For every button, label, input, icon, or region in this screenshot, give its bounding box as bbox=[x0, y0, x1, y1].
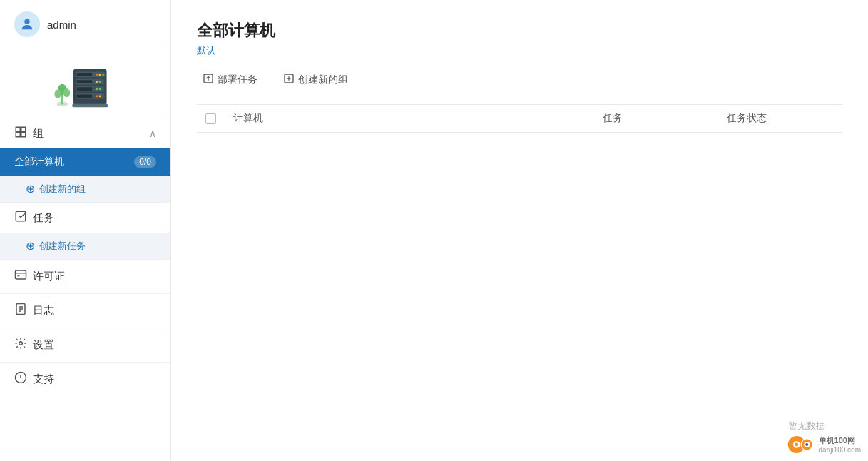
svg-point-46 bbox=[795, 443, 798, 447]
support-icon bbox=[14, 371, 27, 387]
empty-state-text: 暂无数据 bbox=[788, 420, 825, 432]
watermark-brand: 单机100网 bbox=[819, 435, 861, 446]
svg-rect-24 bbox=[72, 104, 108, 108]
nav-item-log[interactable]: 日志 bbox=[0, 293, 170, 328]
license-label: 许可证 bbox=[33, 270, 65, 283]
log-icon bbox=[14, 303, 27, 319]
table-container: 计算机 任务 任务状态 bbox=[197, 104, 842, 447]
chevron-up-icon: ∧ bbox=[149, 128, 156, 139]
nav-item-settings[interactable]: 设置 bbox=[0, 328, 170, 362]
plus-circle-icon: ⊕ bbox=[26, 182, 35, 196]
svg-rect-30 bbox=[16, 270, 26, 279]
nav-section-task: 任务 ⊕ 创建新任务 bbox=[0, 202, 170, 259]
sidebar-header: admin bbox=[0, 0, 170, 49]
svg-point-19 bbox=[98, 88, 101, 90]
svg-rect-17 bbox=[76, 87, 92, 91]
avatar bbox=[14, 11, 40, 37]
watermark-url: danji100.com bbox=[819, 446, 861, 454]
svg-rect-25 bbox=[16, 127, 20, 131]
nav-section-group: 组 ∧ 全部计算机 0/0 ⊕ 创建新的组 bbox=[0, 118, 170, 202]
license-icon bbox=[14, 268, 27, 285]
nav-item-support[interactable]: 支持 bbox=[0, 362, 170, 396]
watermark: 单机100网 danji100.com bbox=[787, 435, 861, 454]
toolbar: 部署任务 创建新的组 bbox=[197, 70, 842, 90]
svg-point-4 bbox=[54, 89, 61, 98]
col-computer: 计算机 bbox=[225, 105, 594, 133]
create-group-btn-icon bbox=[283, 73, 295, 87]
svg-point-18 bbox=[96, 88, 98, 90]
task-icon bbox=[14, 210, 27, 226]
plus-circle-task-icon: ⊕ bbox=[26, 239, 35, 253]
svg-point-10 bbox=[98, 74, 101, 76]
task-label: 任务 bbox=[33, 211, 54, 225]
deploy-task-icon bbox=[203, 73, 214, 87]
svg-point-23 bbox=[98, 95, 101, 97]
col-task-status: 任务状态 bbox=[718, 105, 842, 133]
create-group-button[interactable]: 创建新的组 bbox=[277, 70, 354, 90]
support-label: 支持 bbox=[33, 373, 54, 386]
deploy-task-button[interactable]: 部署任务 bbox=[197, 70, 263, 90]
group-header[interactable]: 组 ∧ bbox=[0, 118, 170, 148]
settings-label: 设置 bbox=[33, 338, 54, 352]
create-task-label: 创建新任务 bbox=[39, 240, 86, 253]
log-label: 日志 bbox=[33, 304, 54, 318]
empty-state: 暂无数据 bbox=[788, 405, 839, 440]
svg-rect-26 bbox=[21, 127, 26, 131]
sidebar-illustration bbox=[0, 49, 170, 118]
page-title: 全部计算机 bbox=[197, 20, 842, 41]
svg-point-0 bbox=[24, 19, 29, 24]
nav-item-license[interactable]: 许可证 bbox=[0, 259, 170, 293]
page-subtitle: 默认 bbox=[197, 44, 842, 57]
computers-table: 计算机 任务 任务状态 bbox=[197, 104, 842, 133]
svg-point-49 bbox=[805, 443, 808, 446]
svg-rect-28 bbox=[21, 133, 26, 137]
svg-point-22 bbox=[96, 95, 98, 97]
main-content: 全部计算机 默认 部署任务 创建新的组 bbox=[171, 0, 868, 461]
settings-icon bbox=[14, 337, 27, 353]
svg-rect-21 bbox=[76, 94, 92, 98]
svg-rect-8 bbox=[76, 73, 92, 76]
nav-sub-create-group[interactable]: ⊕ 创建新的组 bbox=[0, 176, 170, 202]
col-task: 任务 bbox=[594, 105, 718, 133]
svg-point-37 bbox=[19, 342, 23, 345]
select-all-checkbox[interactable] bbox=[205, 113, 216, 124]
task-header[interactable]: 任务 bbox=[0, 202, 170, 233]
all-computers-badge: 0/0 bbox=[134, 156, 156, 168]
group-label: 组 bbox=[33, 127, 44, 141]
deploy-task-label: 部署任务 bbox=[218, 74, 257, 86]
svg-rect-27 bbox=[16, 133, 20, 137]
svg-rect-29 bbox=[16, 211, 26, 221]
sidebar: admin bbox=[0, 0, 171, 461]
svg-point-5 bbox=[63, 88, 69, 97]
svg-point-14 bbox=[96, 81, 98, 83]
create-group-btn-label: 创建新的组 bbox=[298, 74, 348, 86]
svg-rect-13 bbox=[76, 80, 92, 83]
nav-item-all-computers[interactable]: 全部计算机 0/0 bbox=[0, 148, 170, 176]
create-group-label: 创建新的组 bbox=[39, 183, 86, 196]
group-icon bbox=[14, 126, 27, 141]
all-computers-label: 全部计算机 bbox=[14, 156, 64, 168]
nav-sub-create-task[interactable]: ⊕ 创建新任务 bbox=[0, 233, 170, 259]
svg-point-9 bbox=[96, 74, 98, 76]
svg-point-11 bbox=[102, 74, 104, 76]
sidebar-username: admin bbox=[47, 19, 76, 31]
svg-point-15 bbox=[98, 81, 101, 83]
